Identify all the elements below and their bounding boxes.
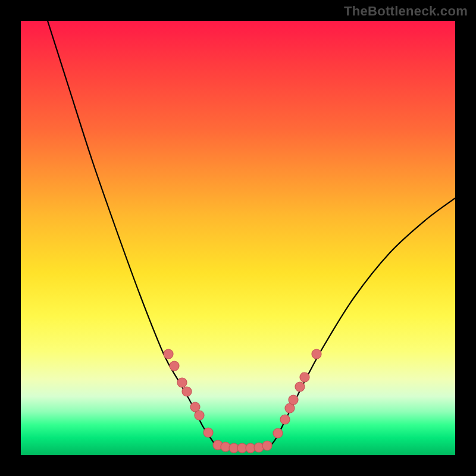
data-point — [170, 361, 179, 371]
data-point — [289, 395, 298, 405]
data-point — [177, 378, 187, 387]
data-point — [182, 387, 192, 396]
data-dots — [164, 349, 321, 453]
data-point — [280, 415, 290, 424]
data-point — [254, 443, 264, 452]
bottleneck-curve-svg — [21, 21, 455, 455]
bottleneck-curve — [48, 21, 455, 448]
data-point — [273, 428, 283, 438]
data-point — [221, 442, 230, 452]
data-point — [203, 428, 213, 437]
data-point — [300, 372, 309, 382]
data-point — [262, 441, 272, 450]
watermark-text: TheBottleneck.com — [344, 4, 468, 19]
data-point — [195, 411, 204, 420]
data-point — [164, 349, 173, 359]
data-point — [312, 349, 321, 359]
data-point — [295, 382, 305, 392]
plot-area — [21, 21, 455, 455]
